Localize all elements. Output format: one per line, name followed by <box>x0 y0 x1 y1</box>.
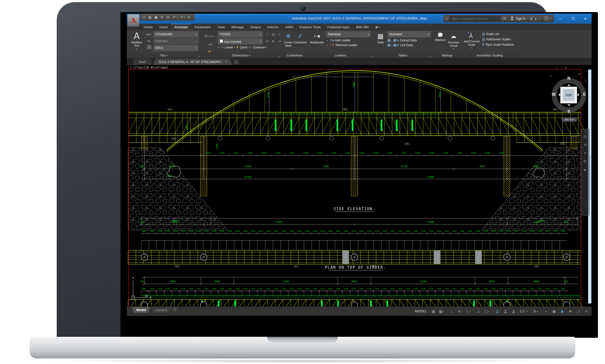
sign-in-button[interactable]: Sign In <box>516 17 526 20</box>
exchange-apps-icon[interactable]: X <box>530 17 532 21</box>
panel-label-tables[interactable]: Tables↘ <box>373 52 432 58</box>
search-input[interactable] <box>449 16 500 21</box>
dim-layer-select[interactable]: Use Current▾ <box>218 38 263 44</box>
model-tab[interactable]: Model <box>132 307 150 313</box>
viewcube-home-icon[interactable]: ⌂ <box>549 73 552 78</box>
graphics-performance-icon[interactable]: ◉ <box>558 308 566 315</box>
ribbon-tab-output[interactable]: Output <box>247 24 264 30</box>
new-layout-button[interactable]: + <box>172 307 178 312</box>
panel-label-text[interactable]: Text▾↘ <box>127 52 201 58</box>
text-style-select[interactable]: STANDARD▾ <box>154 31 198 37</box>
link-data-button[interactable]: Link Data <box>400 43 413 47</box>
viewcube-west[interactable]: W <box>552 92 556 97</box>
ribbon-tab-featured-apps[interactable]: Featured Apps <box>324 24 353 30</box>
revision-cloud-button[interactable]: ☁ Revision Cloud▾ <box>447 31 460 52</box>
extract-data-button[interactable]: Extract Data <box>400 39 417 42</box>
viewcube[interactable]: ⌂ ↶ ↓ N S W E TOP <box>550 74 588 125</box>
grid-icon[interactable]: ▦ <box>430 308 437 315</box>
snap-icon[interactable]: ▦▾ <box>438 308 445 315</box>
application-menu-button[interactable]: A <box>127 14 139 27</box>
linear-button[interactable]: Linear <box>225 46 233 49</box>
panel-label-leaders[interactable]: Leaders↘ <box>308 52 373 58</box>
centerline-button[interactable]: ∕∕ Centerline <box>294 31 306 52</box>
polar-tracking-icon[interactable]: ⊘▾ <box>456 308 464 315</box>
ribbon-tab-view[interactable]: View <box>214 24 228 30</box>
viewport-window-controls[interactable]: ─▫✕ <box>556 66 567 70</box>
navigation-bar[interactable]: ✕◎✛⌖↻▸ <box>581 129 590 216</box>
viewcube-orbit-arrow-icon[interactable]: ↓ <box>583 77 587 83</box>
multiline-text-button[interactable]: A Multiline Text▾ <box>128 31 145 52</box>
layout1-tab[interactable]: Layout1 <box>151 307 172 313</box>
osnap-icon[interactable]: ▢▾ <box>483 308 491 315</box>
close-button[interactable]: ✕ <box>579 14 592 24</box>
text-align-icon[interactable]: A↕ <box>146 38 152 44</box>
file-tab-start[interactable]: Start <box>132 59 152 65</box>
ribbon-tab-parametric[interactable]: Parametric <box>191 24 214 30</box>
workspace-gear-icon[interactable]: ⚙▾ <box>532 308 539 315</box>
ribbon-tab-add-ins[interactable]: Add-ins <box>264 24 282 30</box>
annotation-monitor-icon[interactable]: + <box>542 308 550 315</box>
find-text-input[interactable]: Find text⌕ <box>154 38 198 44</box>
isolate-objects-icon[interactable]: ▣ <box>550 308 558 315</box>
viewcube-north[interactable]: N <box>567 76 570 81</box>
wipeout-button[interactable]: Wipeout <box>434 31 446 52</box>
ribbon-tab--[interactable]: ▣ ▾ <box>372 24 383 30</box>
multileader-button[interactable]: ⌐● Multileader <box>310 31 325 52</box>
dimension-button[interactable]: ⊢—⊣ ✳ Dimension <box>203 31 216 52</box>
otrack-icon[interactable]: ∠ <box>475 308 482 315</box>
help-icon[interactable]: ? <box>544 16 548 21</box>
navbar-tool-icon-4[interactable]: ▸ <box>584 168 586 172</box>
panel-label-dimensions[interactable]: Dimensions▾↘ <box>201 52 281 58</box>
ribbon-tab-annotate[interactable]: Annotate <box>171 24 191 30</box>
drawing-canvas[interactable]: 1220122012201220122012201220122012201220… <box>127 65 592 307</box>
sign-in-caret-icon[interactable]: ▾ <box>527 17 528 20</box>
annotation-scale-icon[interactable] <box>510 308 517 315</box>
file-tab-close-icon[interactable]: ✕ <box>225 60 227 64</box>
file-tab-drawing[interactable]: J1211-2 GENERAL A...NT OF STEELWORK.* ✕ <box>153 59 233 65</box>
restore-button[interactable]: ❐ <box>566 14 579 24</box>
ribbon-tab-home[interactable]: Home <box>140 24 156 30</box>
customization-icon[interactable]: ≡ <box>583 308 590 315</box>
navbar-tool-icon-3[interactable]: ↻ <box>583 159 587 164</box>
viewcube-top-face[interactable]: TOP <box>560 87 577 103</box>
model-space-button[interactable]: MODEL <box>413 308 429 315</box>
new-drawing-tab-button[interactable]: + <box>233 59 239 65</box>
table-button[interactable]: ▦ Table <box>375 31 386 52</box>
annotation-scale-value[interactable]: 1:1▾ <box>518 308 529 315</box>
sync-scale-positions-button[interactable]: Sync Scale Positions <box>486 43 514 46</box>
ribbon-tab-bim-360[interactable]: BIM 360 <box>353 24 372 30</box>
navbar-tool-icon-1[interactable]: ✛ <box>583 143 587 147</box>
add-current-scale-button[interactable]: ⅄ + Add Current Scale▾ <box>463 31 480 52</box>
infocenter-collapse-icon[interactable]: ▸ <box>446 17 448 20</box>
viewcube-east[interactable]: E <box>583 92 586 97</box>
text-style-icon[interactable]: 🄰 <box>146 44 152 50</box>
scale-list-button[interactable]: Scale List <box>486 32 499 36</box>
ribbon-tab-express-tools[interactable]: Express Tools <box>296 24 324 30</box>
viewcube-rotate-icon[interactable]: ↶ <box>578 72 581 77</box>
annotation-visibility-icon[interactable] <box>494 308 501 315</box>
search-icon[interactable] <box>502 17 506 20</box>
fullscreen-icon[interactable]: ⤢ <box>574 308 582 315</box>
text-height-select[interactable]: 500.0▾ <box>154 45 198 51</box>
center-mark-button[interactable]: ⊕ Center Mark <box>283 31 294 52</box>
minimize-button[interactable]: ─ <box>554 14 566 24</box>
navbar-tool-icon-0[interactable]: ◎ <box>583 134 587 139</box>
remove-leader-button[interactable]: Remove Leader <box>336 43 357 47</box>
dim-tools-icons[interactable]: ⍿⊡∿⊨⊪⇥ <box>264 31 282 52</box>
ribbon-tab-insert[interactable]: Insert <box>156 24 171 30</box>
annotation-autoscale-icon[interactable] <box>502 308 509 315</box>
dim-style-select[interactable]: TICK25▾ <box>218 31 263 37</box>
ribbon-tab-a360[interactable]: A360 <box>282 24 296 30</box>
navbar-tool-icon-2[interactable]: ⌖ <box>584 151 586 155</box>
add-delete-scales-button[interactable]: Add/Delete Scales <box>486 38 511 41</box>
a360-icon[interactable]: ▲ <box>534 17 537 20</box>
quick-dim-button[interactable]: Quick <box>240 46 248 49</box>
clean-screen-icon[interactable]: ❖ <box>566 308 574 315</box>
add-leader-button[interactable]: Add Leader <box>335 39 351 42</box>
ortho-icon[interactable]: ∟ <box>448 308 456 315</box>
wcs-dropdown[interactable]: WCS ▾ <box>561 117 577 122</box>
viewcube-south[interactable]: S <box>567 109 570 114</box>
continue-button[interactable]: Continue <box>253 46 265 49</box>
check-spelling-icon[interactable]: ABC✓ <box>146 32 152 37</box>
ribbon-tab-manage[interactable]: Manage <box>228 24 247 30</box>
